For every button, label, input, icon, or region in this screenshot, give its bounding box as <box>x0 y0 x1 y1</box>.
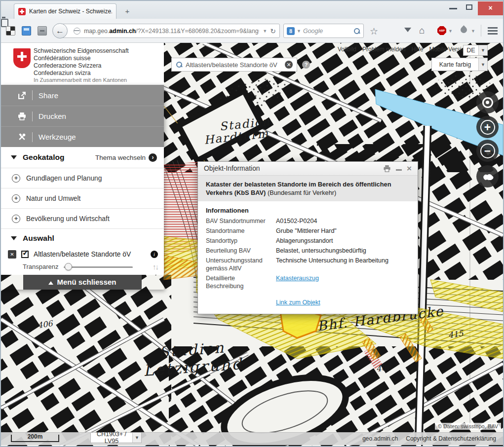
downloads-button[interactable] <box>404 28 411 36</box>
swiss-favicon-icon <box>18 8 26 15</box>
plus-circle-icon: + <box>12 215 20 223</box>
plus-circle-icon: + <box>12 174 20 183</box>
link-mobile-version[interactable]: Mobile Version <box>429 46 468 53</box>
arrow-right-circle-icon: › <box>149 153 157 162</box>
menu-button[interactable] <box>488 27 498 36</box>
url-bar[interactable]: map.geo.admin.ch/?X=249138.11&Y=680698.2… <box>60 24 280 38</box>
header-links: Vollbild Problem melden Hilfe Mobile Ver… <box>338 46 468 53</box>
minimize-button[interactable] <box>449 8 457 9</box>
swiss-coat-of-arms-icon <box>13 48 31 68</box>
catalog-item-natur[interactable]: + Natur und Umwelt <box>1 188 164 208</box>
titlebar: Karten der Schweiz - Schweize... + × <box>1 1 503 19</box>
scale-bar: 200m <box>11 435 59 442</box>
search-icon <box>176 61 183 68</box>
map-search-input[interactable] <box>186 61 282 69</box>
link-problem-melden[interactable]: Problem melden <box>362 46 405 53</box>
toolbar-separator <box>481 25 481 37</box>
bookmark-star-button[interactable]: ☆ <box>370 26 378 37</box>
tab-title: Karten der Schweiz - Schweize... <box>29 8 112 15</box>
extension-icon-2[interactable] <box>22 26 31 36</box>
menu-close-button[interactable]: Menü schliessen <box>23 275 142 290</box>
site-header: Schweizerische Eidgenossenschaft Confédé… <box>1 43 164 85</box>
auswahl-header[interactable]: Auswahl <box>1 228 164 247</box>
catalog-item-grundlagen[interactable]: + Grundlagen und Planung <box>1 168 164 188</box>
zoom-in-button[interactable]: + <box>476 116 499 138</box>
chevron-down-icon: ▼ <box>478 58 487 71</box>
home-button[interactable]: ⌂ <box>419 25 425 36</box>
extension-icon-1[interactable] <box>6 26 15 36</box>
remove-layer-button[interactable]: ✕ <box>8 250 16 259</box>
info-row: BAV Standortnummer A01502-P0204 <box>206 217 410 225</box>
geokatalog-header[interactable]: Geokatalog Thema wechseln › <box>1 147 164 168</box>
link-vollbild[interactable]: Vollbild <box>338 46 356 53</box>
chevron-down-icon <box>11 155 17 159</box>
browser-window: Karten der Schweiz - Schweize... + × ← m… <box>0 0 504 447</box>
info-row: Detaillierte Beschreibung Katasterauszug <box>206 274 410 290</box>
popup-header[interactable]: Objekt-Information × <box>198 162 418 176</box>
nav-toolbar: ← map.geo.admin.ch/?X=249138.11&Y=680698… <box>1 19 503 43</box>
map-attribution[interactable]: © Daten: swisstopo, BAV <box>435 423 501 430</box>
info-row: Standorttyp Ablagerungsstandort <box>206 237 410 245</box>
geolocate-button[interactable] <box>476 91 499 113</box>
catalog-item-bevoelkerung[interactable]: + Bevölkerung und Wirtschaft <box>1 208 164 228</box>
search-engine-caret-icon[interactable]: ▼ <box>297 29 301 34</box>
popup-print-button[interactable] <box>383 165 391 172</box>
map-search-box[interactable]: ✕ <box>171 58 297 72</box>
adblock-caret-icon[interactable]: ▼ <box>448 29 453 34</box>
google-logo-icon: 8 <box>287 27 295 35</box>
zoom-extent-button[interactable] <box>476 165 499 187</box>
info-row: Untersuchungsstand gemäss AltlV Technisc… <box>206 257 410 272</box>
url-text: map.geo.admin.ch/?X=249138.11&Y=680698.2… <box>84 28 259 35</box>
cooperation-note: In Zusammenarbeit mit den Kantonen <box>34 77 127 83</box>
copyright-link[interactable]: Copyright & Datenschutzerklärung <box>406 435 496 442</box>
chevron-down-icon <box>11 236 17 240</box>
geoadmin-link[interactable]: geo.admin.ch <box>362 435 398 442</box>
layer-reorder-icons[interactable]: ↑↓ <box>153 262 158 271</box>
language-select[interactable]: DE▼ <box>463 45 488 56</box>
theme-switch-link[interactable]: Thema wechseln › <box>95 153 157 162</box>
transparency-slider[interactable] <box>64 263 133 271</box>
slider-knob[interactable] <box>65 263 72 270</box>
popup-close-button[interactable]: × <box>407 164 412 173</box>
chevron-down-icon: ▼ <box>132 433 141 443</box>
close-button[interactable]: × <box>478 1 503 15</box>
maximize-button[interactable] <box>466 4 472 10</box>
url-dropdown-icon[interactable]: ▼ <box>263 29 267 34</box>
sidebar-item-print[interactable]: Drucken <box>1 106 164 126</box>
search-help-button[interactable]: ? <box>302 61 310 69</box>
object-link[interactable]: Link zum Objekt <box>276 299 320 306</box>
switzerland-icon <box>481 172 494 181</box>
browser-tab[interactable]: Karten der Schweiz - Schweize... <box>14 3 116 19</box>
tools-icon <box>18 133 26 141</box>
sidebar-item-share[interactable]: Share <box>1 85 164 106</box>
adblock-button[interactable]: ABP <box>437 26 446 35</box>
plugin-caret-icon[interactable]: ▼ <box>471 29 475 34</box>
back-button[interactable]: ← <box>52 23 68 38</box>
plus-icon: + <box>480 120 495 135</box>
projection-select[interactable]: CH1903+ / LV95▼ <box>90 432 142 443</box>
popup-title: Objekt-Information <box>204 165 378 172</box>
plugin-button[interactable] <box>459 25 468 34</box>
sidebar-item-tools[interactable]: Werkzeuge <box>1 126 164 147</box>
chevron-up-icon <box>48 281 53 285</box>
info-row: Standortname Grube "Mittlerer Hard" <box>206 227 410 235</box>
browser-search-input[interactable] <box>303 28 351 35</box>
layer-info-icon[interactable]: i <box>151 251 158 258</box>
map-style-select[interactable]: Karte farbig▼ <box>431 58 488 71</box>
minus-icon: − <box>480 144 495 158</box>
confederation-names: Schweizerische Eidgenossenschaft Confédé… <box>34 47 129 77</box>
katasterauszug-link[interactable]: Katasterauszug <box>276 274 319 290</box>
reload-button[interactable]: ↻ <box>270 27 276 35</box>
extension-icon-3[interactable] <box>38 26 47 36</box>
sidebar: Share Drucken Werkzeuge Geokatalog Thema… <box>1 85 164 290</box>
geolocate-icon <box>482 97 493 108</box>
layer-checkbox[interactable] <box>21 251 29 258</box>
search-clear-button[interactable]: ✕ <box>285 61 293 69</box>
new-tab-button[interactable]: + <box>121 6 134 17</box>
link-hilfe[interactable]: Hilfe <box>411 46 423 53</box>
footer-bar: 200m CH1903+ / LV95▼ geo.admin.ch Copyri… <box>1 432 503 445</box>
search-magnifier-icon[interactable] <box>353 28 360 35</box>
browser-search-box[interactable]: 8 ▼ <box>283 24 364 38</box>
popup-minimize-button[interactable] <box>396 169 402 171</box>
zoom-out-button[interactable]: − <box>476 140 499 162</box>
